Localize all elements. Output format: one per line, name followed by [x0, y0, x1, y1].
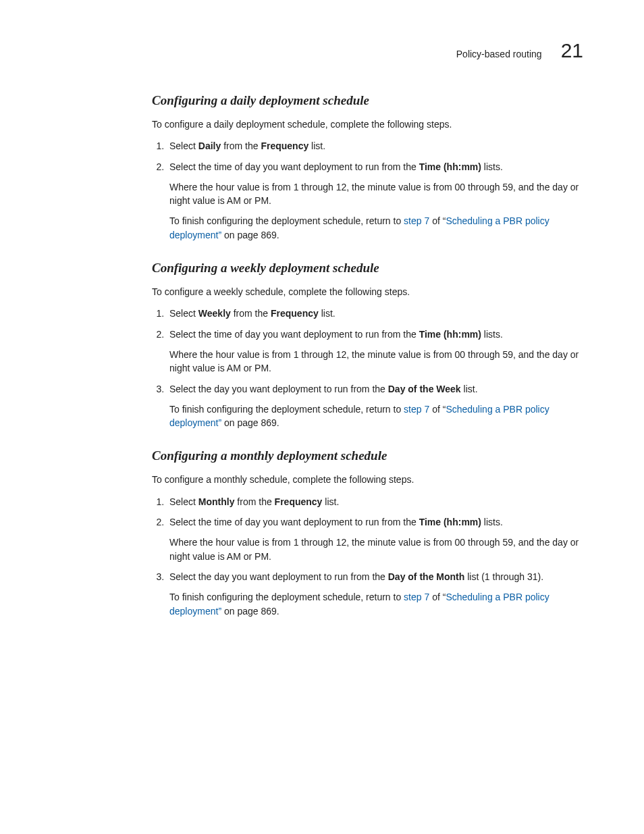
text: Select — [169, 140, 198, 151]
step-link[interactable]: step 7 — [404, 404, 429, 415]
text: To finish configuring the deployment sch… — [169, 215, 404, 226]
bold: Frequency — [271, 308, 319, 319]
text: Select the day you want deployment to ru… — [169, 571, 388, 582]
text: of — [429, 215, 442, 226]
bold: Time (hh:mm) — [419, 161, 481, 172]
bold: Frequency — [261, 140, 308, 151]
text: list (1 through 31). — [464, 571, 543, 582]
text: list. — [461, 384, 478, 394]
intro-text: To configure a weekly schedule, complete… — [152, 285, 583, 298]
text: lists. — [481, 517, 503, 527]
intro-text: To configure a monthly schedule, complet… — [152, 473, 583, 486]
text: list. — [319, 308, 336, 319]
bold: Monthly — [198, 496, 235, 507]
sub-text: To finish configuring the deployment sch… — [169, 590, 583, 618]
sub-text: To finish configuring the deployment sch… — [169, 402, 583, 430]
text: on page 869. — [221, 230, 279, 240]
intro-text: To configure a daily deployment schedule… — [152, 118, 583, 131]
text: list. — [322, 496, 339, 507]
bold: Day of the Month — [388, 571, 465, 582]
text: Select — [169, 496, 198, 507]
text: Select the time of day you want deployme… — [169, 329, 419, 340]
sub-text: Where the hour value is from 1 through 1… — [169, 348, 583, 375]
bold: Day of the Week — [388, 384, 461, 394]
steps-list: Select Weekly from the Frequency list. S… — [152, 307, 583, 429]
step-item: Select Monthly from the Frequency list. — [167, 495, 583, 509]
page-header: Policy-based routing 21 — [152, 39, 583, 62]
text: lists. — [481, 329, 503, 340]
sub-text: Where the hour value is from 1 through 1… — [169, 180, 583, 208]
text: from the — [231, 308, 271, 319]
text: list. — [308, 140, 325, 151]
text: lists. — [481, 161, 503, 172]
text: of — [429, 592, 442, 602]
text: Select the time of day you want deployme… — [169, 517, 419, 527]
text: Select the time of day you want deployme… — [169, 161, 419, 172]
text: on page 869. — [221, 417, 279, 428]
step-link[interactable]: step 7 — [404, 215, 429, 226]
text: To finish configuring the deployment sch… — [169, 404, 404, 415]
section-title: Policy-based routing — [456, 49, 542, 59]
text: Select — [169, 308, 198, 319]
page: Policy-based routing 21 Configuring a da… — [0, 0, 644, 834]
step-item: Select Daily from the Frequency list. — [167, 139, 583, 153]
step-link[interactable]: step 7 — [404, 592, 429, 602]
step-item: Select Weekly from the Frequency list. — [167, 307, 583, 320]
bold: Daily — [198, 140, 221, 151]
heading-daily: Configuring a daily deployment schedule — [152, 93, 583, 108]
text: Select the day you want deployment to ru… — [169, 384, 388, 394]
section-monthly: Configuring a monthly deployment schedul… — [152, 448, 583, 617]
steps-list: Select Monthly from the Frequency list. … — [152, 495, 583, 618]
text: from the — [221, 140, 261, 151]
heading-monthly: Configuring a monthly deployment schedul… — [152, 448, 583, 463]
text: on page 869. — [221, 606, 279, 617]
step-item: Select the day you want deployment to ru… — [167, 570, 583, 618]
text: To finish configuring the deployment sch… — [169, 592, 404, 602]
step-item: Select the time of day you want deployme… — [167, 160, 583, 242]
section-weekly: Configuring a weekly deployment schedule… — [152, 261, 583, 429]
bold: Time (hh:mm) — [419, 517, 481, 527]
sub-text: Where the hour value is from 1 through 1… — [169, 536, 583, 563]
heading-weekly: Configuring a weekly deployment schedule — [152, 261, 583, 276]
bold: Frequency — [275, 496, 323, 507]
step-item: Select the day you want deployment to ru… — [167, 382, 583, 430]
text: of — [429, 404, 442, 415]
bold: Time (hh:mm) — [419, 329, 481, 340]
sub-text: To finish configuring the deployment sch… — [169, 214, 583, 242]
bold: Weekly — [198, 308, 231, 319]
step-item: Select the time of day you want deployme… — [167, 515, 583, 563]
section-daily: Configuring a daily deployment schedule … — [152, 93, 583, 242]
step-item: Select the time of day you want deployme… — [167, 328, 583, 375]
steps-list: Select Daily from the Frequency list. Se… — [152, 139, 583, 242]
chapter-number: 21 — [561, 39, 583, 62]
text: from the — [234, 496, 274, 507]
